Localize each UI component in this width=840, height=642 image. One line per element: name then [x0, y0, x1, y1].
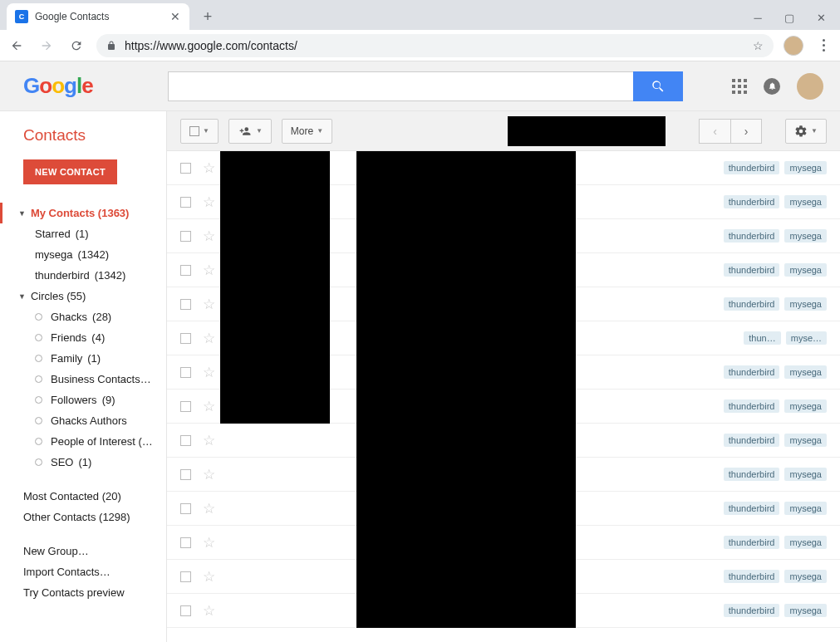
row-checkbox[interactable] — [180, 333, 191, 344]
star-icon[interactable]: ☆ — [203, 364, 215, 381]
row-checkbox[interactable] — [180, 231, 191, 242]
new-contact-button[interactable]: NEW CONTACT — [23, 159, 117, 184]
contact-tag[interactable]: mysega — [784, 263, 827, 277]
row-checkbox[interactable] — [180, 571, 191, 582]
google-apps-icon[interactable] — [732, 79, 747, 94]
sidebar-circle-item[interactable]: Ghacks (28) — [0, 306, 166, 327]
browser-tab[interactable]: C Google Contacts ✕ — [7, 3, 189, 30]
contact-tag[interactable]: thunderbird — [724, 468, 780, 481]
star-icon[interactable]: ☆ — [203, 602, 215, 620]
star-icon[interactable]: ☆ — [203, 330, 215, 347]
contact-tag[interactable]: thunderbird — [724, 604, 780, 617]
contact-tag[interactable]: mysega — [784, 229, 827, 243]
contact-tag[interactable]: mysega — [784, 297, 827, 311]
prev-page-button[interactable]: ‹ — [699, 119, 730, 144]
contact-tag[interactable]: mysega — [784, 468, 827, 481]
sidebar-circles[interactable]: ▼ Circles (55) — [0, 286, 166, 306]
new-tab-button[interactable]: + — [196, 5, 219, 28]
row-checkbox[interactable] — [180, 265, 191, 276]
contact-tag[interactable]: mysega — [784, 536, 827, 549]
star-icon[interactable]: ☆ — [203, 296, 215, 313]
reload-button[interactable] — [66, 36, 86, 56]
star-icon[interactable]: ☆ — [203, 466, 215, 483]
row-checkbox[interactable] — [180, 299, 191, 310]
star-icon[interactable]: ☆ — [203, 194, 215, 211]
window-minimize-icon[interactable]: ─ — [752, 12, 764, 23]
sidebar-import-contacts[interactable]: Import Contacts… — [0, 561, 166, 582]
row-checkbox[interactable] — [180, 537, 191, 548]
contact-tag[interactable]: thunderbird — [724, 365, 780, 379]
star-icon[interactable]: ☆ — [203, 432, 215, 449]
sidebar-sub-starred[interactable]: Starred (1) — [0, 223, 166, 244]
sidebar-circle-item[interactable]: People of Interest (… — [0, 431, 166, 452]
search-input[interactable] — [168, 71, 633, 101]
contact-tag[interactable]: myse… — [786, 331, 827, 345]
back-button[interactable] — [7, 36, 27, 56]
contact-tag[interactable]: thunderbird — [724, 263, 780, 277]
search-button[interactable] — [633, 71, 683, 101]
address-bar[interactable]: https://www.google.com/contacts/ ☆ — [96, 34, 774, 57]
settings-button[interactable]: ▼ — [785, 119, 827, 144]
star-icon[interactable]: ☆ — [203, 398, 215, 415]
bookmark-star-icon[interactable]: ☆ — [753, 39, 764, 52]
contact-tag[interactable]: thunderbird — [724, 536, 780, 549]
sidebar-circle-item[interactable]: Friends (4) — [0, 327, 166, 348]
sidebar-circle-item[interactable]: Followers (9) — [0, 390, 166, 410]
star-icon[interactable]: ☆ — [203, 262, 215, 279]
next-page-button[interactable]: › — [730, 119, 762, 144]
more-button[interactable]: More▼ — [282, 119, 332, 144]
sidebar-most-contacted[interactable]: Most Contacted (20) — [0, 486, 166, 507]
sidebar-circle-item[interactable]: SEO (1) — [0, 452, 166, 473]
sidebar-sub-mysega[interactable]: mysega (1342) — [0, 244, 166, 265]
row-checkbox[interactable] — [180, 605, 191, 616]
star-icon[interactable]: ☆ — [203, 534, 215, 551]
sidebar-try-preview[interactable]: Try Contacts preview — [0, 582, 166, 603]
contact-tag[interactable]: mysega — [784, 502, 827, 515]
tab-close-icon[interactable]: ✕ — [169, 11, 181, 22]
add-to-group-button[interactable]: ▼ — [228, 119, 272, 144]
row-checkbox[interactable] — [180, 197, 191, 208]
select-all-button[interactable]: ▼ — [180, 119, 219, 144]
google-logo[interactable]: Google — [23, 73, 93, 99]
sidebar-circle-item[interactable]: Ghacks Authors — [0, 410, 166, 431]
contact-tag[interactable]: mysega — [784, 195, 827, 208]
contact-tag[interactable]: thunderbird — [724, 297, 780, 311]
contact-tag[interactable]: thunderbird — [724, 570, 780, 583]
chrome-menu-button[interactable] — [813, 39, 833, 51]
row-checkbox[interactable] — [180, 469, 191, 480]
account-avatar[interactable] — [797, 73, 823, 100]
sidebar-circle-item[interactable]: Business Contacts… — [0, 369, 166, 390]
row-checkbox[interactable] — [180, 503, 191, 514]
window-close-icon[interactable]: ✕ — [815, 12, 827, 23]
profile-avatar-small[interactable] — [784, 36, 803, 56]
contact-list[interactable]: ☆thunderbirdmysega☆thunderbirdmysega☆thu… — [167, 151, 840, 642]
window-maximize-icon[interactable]: ▢ — [784, 12, 795, 23]
contact-tag[interactable]: mysega — [784, 604, 827, 617]
row-checkbox[interactable] — [180, 367, 191, 378]
sidebar-new-group[interactable]: New Group… — [0, 541, 166, 561]
contact-tag[interactable]: mysega — [784, 365, 827, 379]
contact-tag[interactable]: thunderbird — [724, 229, 780, 243]
contact-tag[interactable]: thunderbird — [724, 399, 780, 413]
forward-button[interactable] — [37, 36, 56, 56]
row-checkbox[interactable] — [180, 163, 191, 174]
star-icon[interactable]: ☆ — [203, 228, 215, 245]
star-icon[interactable]: ☆ — [203, 500, 215, 517]
contact-tag[interactable]: mysega — [784, 570, 827, 583]
contact-tag[interactable]: mysega — [784, 434, 827, 447]
contact-tag[interactable]: thunderbird — [724, 195, 780, 208]
sidebar-sub-thunderbird[interactable]: thunderbird (1342) — [0, 265, 166, 286]
notifications-icon[interactable] — [764, 78, 780, 95]
contact-tag[interactable]: mysega — [784, 399, 827, 413]
contact-tag[interactable]: thun… — [744, 331, 780, 345]
row-checkbox[interactable] — [180, 435, 191, 446]
contact-tag[interactable]: thunderbird — [724, 161, 780, 174]
sidebar-circle-item[interactable]: Family (1) — [0, 348, 166, 369]
contact-tag[interactable]: thunderbird — [724, 502, 780, 515]
contact-tag[interactable]: mysega — [784, 161, 827, 174]
sidebar-other-contacts[interactable]: Other Contacts (1298) — [0, 507, 166, 527]
star-icon[interactable]: ☆ — [203, 159, 215, 177]
star-icon[interactable]: ☆ — [203, 568, 215, 586]
contact-tag[interactable]: thunderbird — [724, 434, 780, 447]
row-checkbox[interactable] — [180, 401, 191, 412]
